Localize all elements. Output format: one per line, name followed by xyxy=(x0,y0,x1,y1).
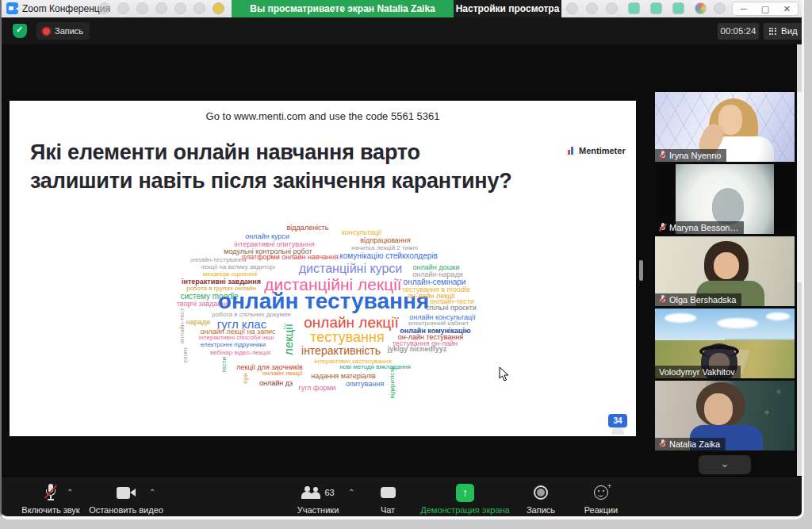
content-scrollbar-thumb[interactable] xyxy=(639,260,643,281)
taskbar-ghost-icon xyxy=(213,2,224,14)
wordcloud-word: нові методи викладання xyxy=(339,364,411,370)
taskbar-ghost-icon xyxy=(672,2,684,14)
wordcloud-word: надання матеріалів xyxy=(311,373,376,380)
participants-options-chevron[interactable]: ⌃ xyxy=(348,488,354,496)
wordcloud-word: інтерактивність xyxy=(301,345,381,356)
window-controls: ─ ▢ ✕ xyxy=(732,2,799,16)
share-screen-icon: ↑ xyxy=(456,484,474,502)
unmute-label: Включить звук xyxy=(16,505,86,515)
word-cloud: віддаленістьонлайн курсиінтерактивні опи… xyxy=(10,101,636,436)
participant-name-label: Natalia Zaika xyxy=(655,438,726,450)
wordcloud-word: гугл форми xyxy=(298,385,335,392)
close-button[interactable]: ✕ xyxy=(776,2,798,15)
stop-video-button[interactable]: Остановить видео xyxy=(82,483,170,515)
muted-mic-icon xyxy=(659,295,666,305)
wordcloud-word: дистанційні курси xyxy=(299,263,402,275)
meeting-timer: 00:05:24 xyxy=(718,23,759,40)
shared-screen-slide: Go to www.menti.com and use the code 556… xyxy=(10,101,636,436)
wordcloud-word: лекції на велику авдиторі xyxy=(201,264,275,270)
muted-mic-icon xyxy=(659,223,666,232)
viewing-screen-banner: Вы просматриваете экран Natalia Zaika xyxy=(232,0,454,17)
reactions-button[interactable]: + Реакции xyxy=(576,483,626,515)
participants-label: Участники xyxy=(287,505,349,515)
muted-mic-icon xyxy=(659,151,666,160)
record-label: Запись xyxy=(521,505,561,515)
wordcloud-word: наради xyxy=(186,319,210,326)
taskbar-ghost-icon xyxy=(117,2,129,14)
participant-name-label: Maryna Besson… xyxy=(655,221,744,234)
wordcloud-word: начитка лекцій 2 тижні xyxy=(351,245,417,251)
recording-indicator: Запись xyxy=(36,22,90,40)
chat-icon xyxy=(381,487,396,498)
wordcloud-word: консультації xyxy=(342,229,382,236)
recording-label: Запись xyxy=(55,26,83,36)
participant-name-label: Volodymyr Vakhitov xyxy=(655,366,741,378)
wordcloud-word: віддаленість xyxy=(287,224,329,232)
muted-microphone-icon xyxy=(44,484,57,501)
meeting-toolbar: Включить звук ⌃ Остановить видео ⌃ 63 Уч… xyxy=(2,476,802,516)
share-screen-button[interactable]: ↑ Демонстрация экрана xyxy=(416,483,515,515)
wordcloud-word: опитування xyxy=(346,381,384,388)
taskbar-ghost-icon xyxy=(155,2,167,14)
wordcloud-word: онлайн дз xyxy=(259,380,293,387)
participant-name: Maryna Besson… xyxy=(669,223,738,232)
participant-name: Natalia Zaika xyxy=(669,439,720,449)
record-button[interactable]: Запись xyxy=(521,483,561,515)
wordcloud-word: ігри xyxy=(243,373,249,384)
participants-button[interactable]: 63 Участники xyxy=(287,483,349,515)
votes-count-badge: 34 xyxy=(608,414,627,427)
taskbar-ghost-icon xyxy=(695,2,707,14)
wordcloud-word: лекції xyxy=(282,324,294,355)
view-settings-button[interactable]: Настройки просмотра ⌄ xyxy=(454,0,561,17)
taskbar-ghost-icon xyxy=(98,2,110,14)
view-button[interactable]: Вид xyxy=(764,23,804,40)
wordcloud-word: інтерактивні способи інші xyxy=(199,335,274,341)
minimize-button[interactable]: ─ xyxy=(733,2,754,15)
participant-video-volodymyr-active-speaker[interactable]: Volodymyr Vakhitov xyxy=(655,309,795,378)
wordcloud-word: відкритість xyxy=(389,366,396,398)
taskbar-ghost-icon xyxy=(136,2,148,14)
participant-video-iryna[interactable]: Iryna Nyenno xyxy=(655,92,795,162)
video-options-chevron[interactable]: ⌃ xyxy=(149,488,155,496)
participant-name: Olga Bershadska xyxy=(669,295,736,305)
zoom-window: Zoom Конференция Вы просматриваете экран… xyxy=(0,0,804,519)
wordcloud-word: тести xyxy=(221,357,228,373)
reactions-label: Реакции xyxy=(576,505,626,515)
taskbar-ghost-icon xyxy=(650,2,662,14)
participant-name: Iryna Nyenno xyxy=(669,151,721,160)
more-participants-button[interactable]: ⌄ xyxy=(699,455,751,474)
unmute-button[interactable]: Включить звук xyxy=(16,483,86,515)
wordcloud-word: платформи онлайн навчання xyxy=(242,254,339,261)
taskbar-ghost-icon xyxy=(606,2,618,14)
participant-name-label: Iryna Nyenno xyxy=(655,149,726,162)
taskbar-ghost-icon xyxy=(628,2,640,14)
wordcloud-word: онлайн лекції xyxy=(304,315,398,330)
audio-options-chevron[interactable]: ⌃ xyxy=(67,488,73,496)
maximize-button[interactable]: ▢ xyxy=(754,2,776,15)
record-dot-icon xyxy=(43,28,50,35)
window-titlebar: Zoom Конференция Вы просматриваете экран… xyxy=(2,0,802,17)
taskbar-ghost-icon xyxy=(566,2,578,14)
zoom-app-icon xyxy=(6,2,18,14)
share-screen-label: Демонстрация экрана xyxy=(416,505,515,515)
participant-video-maryna[interactable]: Maryna Besson… xyxy=(655,164,795,234)
participant-name-label: Olga Bershadska xyxy=(655,293,741,306)
participant-video-natalia[interactable]: Natalia Zaika xyxy=(655,381,795,450)
wordcloud-word: онлайн-тест xyxy=(179,308,186,343)
taskbar-ghost-icon xyxy=(193,2,205,14)
camera-icon xyxy=(117,487,136,499)
grid-view-icon xyxy=(769,28,776,35)
panel-scrollbar[interactable] xyxy=(797,44,802,517)
wordcloud-word: онлайн-тестування xyxy=(190,257,246,263)
wordcloud-word: zoom xyxy=(182,347,189,363)
chat-label: Чат xyxy=(368,505,408,515)
window-title: Zoom Конференция xyxy=(22,3,110,14)
chat-button[interactable]: Чат xyxy=(368,483,408,515)
taskbar-ghost-icon xyxy=(714,2,726,14)
participant-video-olga[interactable]: Olga Bershadska xyxy=(655,236,795,306)
wordcloud-word: онлайн лекції xyxy=(262,370,302,377)
muted-mic-icon xyxy=(659,439,666,449)
participants-count: 63 xyxy=(324,488,334,497)
stop-video-label: Остановить видео xyxy=(82,505,170,515)
security-shield-icon[interactable] xyxy=(13,24,27,38)
